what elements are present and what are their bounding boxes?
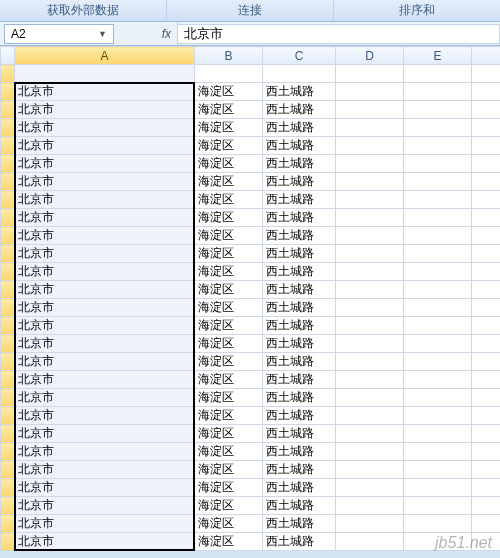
cell-C[interactable]: 西土城路 xyxy=(263,497,336,515)
select-all-corner[interactable] xyxy=(1,47,15,65)
cell-A[interactable]: 北京市 xyxy=(15,317,195,335)
cell-A[interactable]: 北京市 xyxy=(15,191,195,209)
cell-D[interactable] xyxy=(336,65,404,83)
cell-C[interactable]: 西土城路 xyxy=(263,389,336,407)
cell-B[interactable]: 海淀区 xyxy=(195,281,263,299)
cell-E[interactable] xyxy=(404,299,472,317)
cell-E[interactable] xyxy=(404,263,472,281)
cell-E[interactable] xyxy=(404,83,472,101)
cell-A[interactable]: 北京市 xyxy=(15,353,195,371)
cell-A[interactable] xyxy=(15,65,195,83)
cell-E[interactable] xyxy=(404,191,472,209)
cell-C[interactable]: 西土城路 xyxy=(263,83,336,101)
cell-D[interactable] xyxy=(336,407,404,425)
column-header-E[interactable]: E xyxy=(404,47,472,65)
cell-B[interactable]: 海淀区 xyxy=(195,497,263,515)
column-header-F[interactable] xyxy=(472,47,501,65)
cell-A[interactable]: 北京市 xyxy=(15,461,195,479)
cell-C[interactable]: 西土城路 xyxy=(263,101,336,119)
cell-C[interactable]: 西土城路 xyxy=(263,173,336,191)
cell[interactable] xyxy=(472,281,501,299)
cell-E[interactable] xyxy=(404,281,472,299)
row-header[interactable] xyxy=(1,191,15,209)
cell-A[interactable]: 北京市 xyxy=(15,245,195,263)
cell-D[interactable] xyxy=(336,155,404,173)
cell-E[interactable] xyxy=(404,407,472,425)
cell-D[interactable] xyxy=(336,191,404,209)
cell[interactable] xyxy=(472,65,501,83)
cell-B[interactable]: 海淀区 xyxy=(195,173,263,191)
cell-D[interactable] xyxy=(336,137,404,155)
cell-B[interactable]: 海淀区 xyxy=(195,461,263,479)
row-header[interactable] xyxy=(1,281,15,299)
cell-D[interactable] xyxy=(336,119,404,137)
cell-D[interactable] xyxy=(336,353,404,371)
cell-B[interactable]: 海淀区 xyxy=(195,245,263,263)
cell-A[interactable]: 北京市 xyxy=(15,281,195,299)
formula-input[interactable]: 北京市 xyxy=(178,24,500,44)
cell-D[interactable] xyxy=(336,317,404,335)
cell-E[interactable] xyxy=(404,371,472,389)
cell-D[interactable] xyxy=(336,173,404,191)
cell-C[interactable]: 西土城路 xyxy=(263,461,336,479)
row-header[interactable] xyxy=(1,515,15,533)
cell[interactable] xyxy=(472,263,501,281)
row-header[interactable] xyxy=(1,263,15,281)
row-header[interactable] xyxy=(1,407,15,425)
cell-C[interactable]: 西土城路 xyxy=(263,425,336,443)
cell-E[interactable] xyxy=(404,335,472,353)
cell-A[interactable]: 北京市 xyxy=(15,209,195,227)
row-header[interactable] xyxy=(1,155,15,173)
cell[interactable] xyxy=(472,371,501,389)
column-header-B[interactable]: B xyxy=(195,47,263,65)
cell-D[interactable] xyxy=(336,209,404,227)
cell-C[interactable]: 西土城路 xyxy=(263,119,336,137)
cell[interactable] xyxy=(472,515,501,533)
cell-B[interactable]: 海淀区 xyxy=(195,515,263,533)
row-header[interactable] xyxy=(1,389,15,407)
cell-C[interactable]: 西土城路 xyxy=(263,353,336,371)
row-header[interactable] xyxy=(1,245,15,263)
cell-C[interactable]: 西土城路 xyxy=(263,281,336,299)
cell-B[interactable]: 海淀区 xyxy=(195,155,263,173)
cell-B[interactable]: 海淀区 xyxy=(195,191,263,209)
row-header[interactable] xyxy=(1,353,15,371)
cell-D[interactable] xyxy=(336,533,404,551)
row-header[interactable] xyxy=(1,227,15,245)
cell-D[interactable] xyxy=(336,245,404,263)
ribbon-group-sort[interactable]: 排序和 xyxy=(333,0,500,21)
cell[interactable] xyxy=(472,533,501,551)
cell-E[interactable] xyxy=(404,461,472,479)
cell-C[interactable]: 西土城路 xyxy=(263,443,336,461)
cell-B[interactable]: 海淀区 xyxy=(195,335,263,353)
cell-B[interactable] xyxy=(195,65,263,83)
cell-E[interactable] xyxy=(404,119,472,137)
cell-C[interactable]: 西土城路 xyxy=(263,533,336,551)
row-header[interactable] xyxy=(1,443,15,461)
cell-C[interactable]: 西土城路 xyxy=(263,263,336,281)
cell-C[interactable]: 西土城路 xyxy=(263,191,336,209)
cell-E[interactable] xyxy=(404,101,472,119)
cell-D[interactable] xyxy=(336,479,404,497)
cell-B[interactable]: 海淀区 xyxy=(195,263,263,281)
cell-D[interactable] xyxy=(336,101,404,119)
cell-E[interactable] xyxy=(404,353,472,371)
cell-D[interactable] xyxy=(336,389,404,407)
cell[interactable] xyxy=(472,83,501,101)
cell-A[interactable]: 北京市 xyxy=(15,155,195,173)
cell[interactable] xyxy=(472,209,501,227)
cell[interactable] xyxy=(472,191,501,209)
cell-D[interactable] xyxy=(336,425,404,443)
cell-C[interactable]: 西土城路 xyxy=(263,245,336,263)
cell-A[interactable]: 北京市 xyxy=(15,263,195,281)
cell-A[interactable]: 北京市 xyxy=(15,227,195,245)
cell[interactable] xyxy=(472,461,501,479)
row-header[interactable] xyxy=(1,497,15,515)
fx-icon[interactable]: fx xyxy=(118,22,178,45)
cell-C[interactable]: 西土城路 xyxy=(263,209,336,227)
row-header[interactable] xyxy=(1,335,15,353)
cell-E[interactable] xyxy=(404,137,472,155)
cell-C[interactable]: 西土城路 xyxy=(263,515,336,533)
cell-A[interactable]: 北京市 xyxy=(15,479,195,497)
cell-A[interactable]: 北京市 xyxy=(15,371,195,389)
